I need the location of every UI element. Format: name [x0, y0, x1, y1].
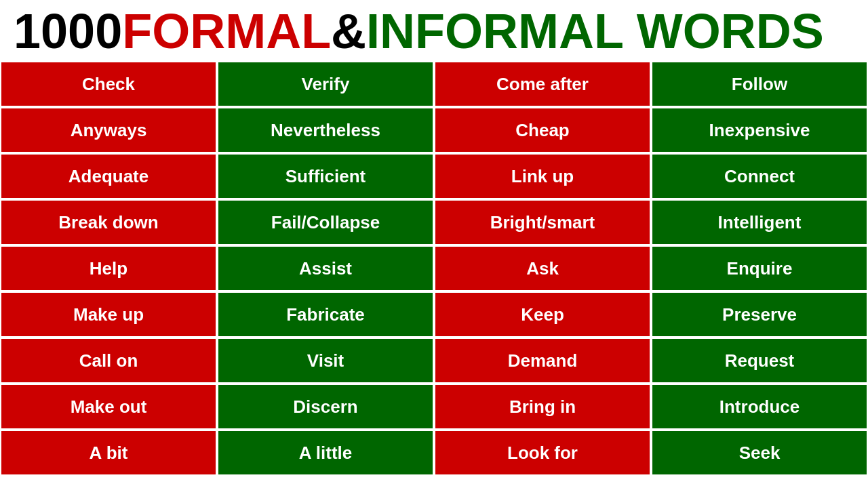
table-cell: Visit: [217, 338, 434, 384]
table-cell: Inexpensive: [651, 107, 868, 153]
table-cell: Fail/Collapse: [217, 199, 434, 245]
table-cell: Keep: [434, 291, 651, 338]
table-cell: Sufficient: [217, 153, 434, 199]
table-cell: Help: [0, 245, 217, 291]
table-cell: Make up: [0, 291, 217, 338]
table-cell: Connect: [651, 153, 868, 199]
table-container: CheckVerifyCome afterFollowAnywaysNevert…: [0, 61, 868, 476]
table-cell: Break down: [0, 199, 217, 245]
table-cell: Look for: [434, 430, 651, 476]
table-cell: Come after: [434, 61, 651, 107]
table-cell: Demand: [434, 338, 651, 384]
table-cell: A little: [217, 430, 434, 476]
table-cell: Anyways: [0, 107, 217, 153]
header-part2: FORMAL: [122, 7, 331, 56]
table-cell: Bring in: [434, 384, 651, 430]
table-cell: Intelligent: [651, 199, 868, 245]
table-cell: Nevertheless: [217, 107, 434, 153]
table-cell: Follow: [651, 61, 868, 107]
header-part4: INFORMAL WORDS: [366, 7, 824, 56]
table-cell: Fabricate: [217, 291, 434, 338]
table-cell: Check: [0, 61, 217, 107]
header: 1000 FORMAL & INFORMAL WORDS: [0, 0, 868, 61]
table-cell: Enquire: [651, 245, 868, 291]
table-grid: CheckVerifyCome afterFollowAnywaysNevert…: [0, 61, 868, 476]
table-cell: A bit: [0, 430, 217, 476]
table-cell: Ask: [434, 245, 651, 291]
header-part3: &: [331, 7, 366, 56]
table-cell: Preserve: [651, 291, 868, 338]
table-cell: Verify: [217, 61, 434, 107]
table-cell: Discern: [217, 384, 434, 430]
table-cell: Introduce: [651, 384, 868, 430]
table-cell: Make out: [0, 384, 217, 430]
table-cell: Cheap: [434, 107, 651, 153]
table-cell: Seek: [651, 430, 868, 476]
table-cell: Link up: [434, 153, 651, 199]
table-cell: Call on: [0, 338, 217, 384]
table-cell: Adequate: [0, 153, 217, 199]
table-cell: Assist: [217, 245, 434, 291]
header-part1: 1000: [14, 7, 122, 56]
table-cell: Request: [651, 338, 868, 384]
table-cell: Bright/smart: [434, 199, 651, 245]
